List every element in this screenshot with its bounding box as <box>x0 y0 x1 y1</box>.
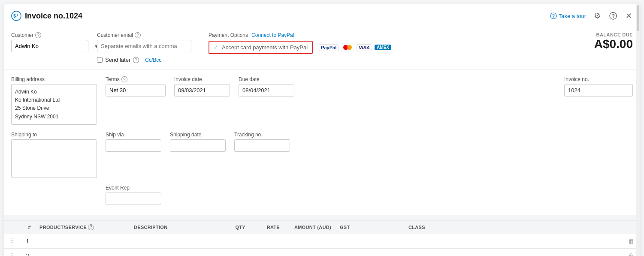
invoice-modal: $ Invoice no.1024 Take a tour ⚙ ? <box>4 4 640 256</box>
drag-handle-2[interactable]: ⠿ <box>4 248 20 256</box>
shipping-to-box[interactable] <box>11 139 97 178</box>
paypal-checkbox-row[interactable]: ✓ Accept card payments with PayPal <box>209 41 313 54</box>
qty-cell-2[interactable] <box>215 248 250 256</box>
shipping-to-group: Shipping to <box>11 132 97 178</box>
qty-input-2[interactable] <box>220 253 245 256</box>
customer-label: Customer ? <box>11 32 88 38</box>
amount-input-2[interactable] <box>288 253 331 256</box>
amount-input-1[interactable] <box>288 238 331 244</box>
drag-dots-2: ⠿ <box>10 252 14 256</box>
gst-input-1[interactable] <box>340 238 400 244</box>
invoice-icon: $ <box>11 11 21 21</box>
col-drag <box>4 220 20 234</box>
send-later-info-icon[interactable]: ? <box>133 57 139 63</box>
product-cell-2[interactable] <box>35 248 130 256</box>
email-info-icon[interactable]: ? <box>135 32 141 38</box>
terms-select-wrapper[interactable]: ▼ <box>106 84 166 96</box>
gst-cell-2[interactable] <box>336 248 404 256</box>
ship-via-input[interactable] <box>106 139 161 152</box>
desc-input-2[interactable] <box>134 253 211 256</box>
payment-options-section: Payment Options Connect to PayPal ✓ Acce… <box>209 32 391 54</box>
invoice-date-label: Invoice date <box>174 76 230 82</box>
terms-input[interactable] <box>106 84 185 96</box>
visa-logo: VISA <box>357 44 372 51</box>
close-icon: ✕ <box>626 11 632 21</box>
customer-input[interactable] <box>12 40 91 52</box>
amount-cell-1[interactable] <box>284 234 336 248</box>
balance-amount: A$0.00 <box>594 37 633 51</box>
terms-info-icon[interactable]: ? <box>121 76 127 82</box>
drag-handle-1[interactable]: ⠿ <box>4 234 20 248</box>
send-later-checkbox[interactable] <box>97 57 103 63</box>
col-num: # <box>20 220 35 234</box>
gst-cell-1[interactable] <box>336 234 404 248</box>
billing-address-group: Billing address Adwin Ko Ko Internationa… <box>11 76 97 125</box>
delete-row-2-button[interactable]: 🗑 <box>627 251 635 256</box>
form-row-1: Billing address Adwin Ko Ko Internationa… <box>11 76 633 125</box>
delete-row-1-button[interactable]: 🗑 <box>627 237 635 246</box>
customer-field-group: Customer ? ▼ <box>11 32 88 52</box>
class-input-2[interactable] <box>408 253 618 256</box>
scrollbar-thumb[interactable] <box>637 5 639 31</box>
ship-via-label: Ship via <box>106 132 161 138</box>
section-divider <box>4 215 640 220</box>
tracking-no-input[interactable] <box>234 139 290 152</box>
balance-section: BALANCE DUE A$0.00 <box>594 32 633 51</box>
qty-input-1[interactable] <box>220 238 245 244</box>
scrollbar-track[interactable] <box>636 4 640 256</box>
billing-address-box: Adwin Ko Ko International Ltd 25 Stone D… <box>11 84 97 125</box>
table-header-row: # PRODUCT/SERVICE ? DESCRIPTION QTY RATE… <box>4 220 640 234</box>
col-gst: GST <box>336 220 404 234</box>
product-input-2[interactable] <box>39 253 125 256</box>
header-left: $ Invoice no.1024 <box>11 11 82 21</box>
connect-paypal-link[interactable]: Connect to PayPal <box>251 32 294 38</box>
close-button[interactable]: ✕ <box>625 10 633 21</box>
invoice-date-group: Invoice date <box>174 76 230 125</box>
event-rep-input[interactable] <box>106 193 161 205</box>
billing-line-3: 25 Stone Drive <box>15 104 93 112</box>
qty-cell-1[interactable] <box>215 234 250 248</box>
table-row: ⠿ 1 🗑 <box>4 234 640 248</box>
form-row-2: Shipping to Ship via Shipping date Track… <box>11 132 633 178</box>
rate-input-2[interactable] <box>254 253 280 256</box>
invoice-no-input[interactable] <box>564 84 633 96</box>
billing-label: Billing address <box>11 76 97 82</box>
class-cell-1[interactable] <box>404 234 623 248</box>
customer-email-input[interactable] <box>97 40 191 52</box>
due-date-label: Due date <box>239 76 294 82</box>
amount-cell-2[interactable] <box>284 248 336 256</box>
svg-point-3 <box>553 17 553 18</box>
form-row-3: Event Rep <box>11 185 633 205</box>
billing-line-1: Adwin Ko <box>15 88 93 96</box>
shipping-date-input[interactable] <box>170 139 226 152</box>
paypal-label: Accept card payments with PayPal <box>222 44 308 51</box>
rate-input-1[interactable] <box>254 238 280 244</box>
customer-info-icon[interactable]: ? <box>35 32 41 38</box>
customer-select-wrapper[interactable]: ▼ <box>11 40 88 52</box>
invoice-date-input[interactable] <box>174 84 230 96</box>
class-cell-2[interactable] <box>404 248 623 256</box>
class-input-1[interactable] <box>408 238 618 244</box>
gst-input-2[interactable] <box>340 253 400 256</box>
payment-options-label: Payment Options <box>209 32 248 38</box>
desc-input-1[interactable] <box>134 238 211 244</box>
table-row: ⠿ 2 🗑 <box>4 248 640 256</box>
balance-label: BALANCE DUE <box>594 32 633 37</box>
cc-bcc-link[interactable]: Cc/Bcc <box>145 57 161 63</box>
due-date-input[interactable] <box>239 84 294 96</box>
desc-cell-2[interactable] <box>130 248 215 256</box>
help-button[interactable]: ? <box>608 11 618 21</box>
settings-button[interactable]: ⚙ <box>593 10 602 21</box>
send-later-label: Send later <box>105 57 130 63</box>
product-cell-1[interactable] <box>35 234 130 248</box>
take-tour-link[interactable]: Take a tour <box>550 12 586 19</box>
desc-cell-1[interactable] <box>130 234 215 248</box>
product-info-icon[interactable]: ? <box>88 224 94 230</box>
rate-cell-1[interactable] <box>250 234 284 248</box>
modal-title: Invoice no.1024 <box>25 12 82 21</box>
event-rep-group: Event Rep <box>106 185 161 205</box>
table-section: # PRODUCT/SERVICE ? DESCRIPTION QTY RATE… <box>4 220 640 256</box>
svg-text:?: ? <box>612 13 615 18</box>
product-input-1[interactable] <box>39 238 125 244</box>
rate-cell-2[interactable] <box>250 248 284 256</box>
